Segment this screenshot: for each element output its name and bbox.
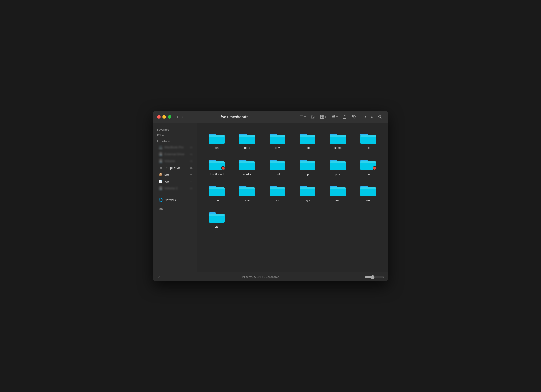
eject-icon-raspidrive[interactable]: ⏏	[190, 166, 193, 169]
tag-button[interactable]	[350, 113, 358, 120]
sidebar-item-loc4[interactable]: 💾 Volume 2 ⏏	[155, 185, 195, 191]
folder-label-proc: proc	[335, 173, 341, 176]
folder-item-run[interactable]: run	[202, 181, 231, 205]
folder-item-media[interactable]: media	[232, 155, 262, 178]
folder-icon-wrap-etc	[299, 130, 316, 145]
folder-item-srv[interactable]: srv	[263, 181, 292, 205]
search-button[interactable]	[376, 113, 384, 120]
zoom-slider[interactable]	[364, 275, 384, 279]
raspidrive-label: RaspiDrive	[164, 166, 188, 170]
folder-item-opt[interactable]: opt	[293, 155, 322, 178]
svg-rect-8	[322, 117, 324, 118]
svg-rect-49	[300, 187, 315, 189]
svg-rect-9	[332, 115, 333, 116]
folder-icon-wrap-opt	[299, 156, 316, 171]
folder-label-dev: dev	[275, 146, 280, 150]
folder-label-tmp: tmp	[335, 199, 340, 203]
close-button[interactable]	[157, 115, 161, 119]
eject-icon-loc4[interactable]: ⏏	[190, 186, 193, 190]
sidebar-item-loc2[interactable]: 💾 External Drive ⏏	[155, 151, 195, 157]
eject-icon-foo[interactable]: ⏏	[190, 180, 193, 183]
folder-svg-var	[208, 209, 226, 224]
group-button[interactable]: ▾	[330, 113, 339, 120]
folder-label-etc: etc	[306, 146, 310, 150]
svg-rect-47	[270, 187, 285, 189]
folder-svg-opt	[299, 156, 316, 171]
folder-item-bin[interactable]: bin	[202, 128, 231, 152]
svg-rect-27	[330, 135, 346, 137]
no-access-badge-root: −	[373, 166, 377, 170]
group-chevron-icon: ▾	[336, 115, 338, 118]
folder-label-usr: usr	[366, 199, 370, 203]
folder-icon-wrap-boot	[238, 130, 256, 145]
maximize-button[interactable]	[168, 115, 171, 119]
sidebar-section-locations: Locations	[153, 138, 197, 144]
folder-item-mnt[interactable]: mnt	[263, 155, 292, 178]
grid-view-button[interactable]: ⇕	[318, 113, 328, 120]
svg-rect-14	[334, 116, 335, 117]
folder-item-boot[interactable]: boot	[232, 128, 262, 152]
statusbar: ✕ 19 items, 58,31 GB available —	[153, 272, 388, 281]
svg-point-15	[353, 116, 354, 117]
folder-svg-media	[238, 156, 256, 171]
foo-icon: 📄	[159, 179, 162, 183]
eject-icon-bar[interactable]: ⏏	[190, 173, 193, 176]
folder-item-sbin[interactable]: sbin	[232, 181, 262, 205]
folder-icon-wrap-lib	[359, 130, 377, 145]
folder-icon-wrap-bin	[208, 130, 226, 145]
list-icon	[300, 115, 304, 119]
zoom-control: —	[360, 275, 384, 279]
svg-rect-7	[321, 117, 322, 118]
ellipsis-icon: ···	[361, 115, 364, 119]
folder-item-root[interactable]: −root	[354, 155, 383, 178]
folder-svg-boot	[238, 130, 256, 145]
folder-svg-sys	[299, 183, 316, 197]
folder-icon-wrap-sbin	[238, 183, 256, 197]
folder-item-lost+found[interactable]: −lost+found	[202, 155, 231, 178]
sidebar-item-foo[interactable]: 📄 foo ⏏	[155, 178, 195, 185]
eject-icon-loc3[interactable]: ⏏	[190, 159, 193, 163]
eject-icon-loc2[interactable]: ⏏	[190, 152, 193, 156]
folder-label-opt: opt	[306, 173, 310, 176]
folder-item-var[interactable]: var	[202, 207, 231, 231]
svg-rect-21	[239, 135, 255, 137]
folder-icon-wrap-root: −	[359, 156, 377, 171]
folder-item-usr[interactable]: usr	[354, 181, 383, 205]
grid-icon	[320, 115, 324, 119]
list-view-button[interactable]: ▾	[298, 113, 307, 120]
folder-item-sys[interactable]: sys	[293, 181, 322, 205]
sidebar-item-network[interactable]: 🌐 Network	[155, 197, 195, 203]
folder-item-etc[interactable]: etc	[293, 128, 322, 152]
statusbar-close-button[interactable]: ✕	[157, 275, 160, 279]
svg-rect-25	[300, 135, 315, 137]
new-folder-button[interactable]	[309, 113, 317, 120]
minimize-button[interactable]	[162, 115, 166, 119]
expand-icon: »	[371, 115, 373, 119]
sidebar-item-bar[interactable]: 📦 bar ⏏	[155, 171, 195, 178]
folder-label-srv: srv	[275, 199, 279, 203]
sidebar-item-raspidrive[interactable]: 🖥 RaspiDrive ⏏	[155, 165, 195, 171]
svg-rect-53	[360, 187, 376, 189]
folder-label-bin: bin	[215, 146, 219, 150]
svg-rect-43	[209, 187, 225, 189]
svg-line-17	[380, 117, 381, 118]
eject-icon-loc1[interactable]: ⏏	[190, 145, 193, 149]
grid-chevron-icon: ⇕	[325, 115, 327, 118]
folder-item-dev[interactable]: dev	[263, 128, 292, 152]
sidebar-item-loc3[interactable]: 💾 Volume ⏏	[155, 158, 195, 164]
expand-button[interactable]: »	[369, 114, 375, 120]
folder-item-lib[interactable]: lib	[354, 128, 383, 152]
more-options-button[interactable]: ··· ▾	[359, 113, 368, 120]
folder-svg-dev	[269, 130, 286, 145]
folder-item-tmp[interactable]: tmp	[323, 181, 353, 205]
more-chevron-icon: ▾	[365, 115, 366, 118]
share-button[interactable]	[341, 113, 349, 120]
traffic-lights	[157, 115, 171, 119]
folder-item-home[interactable]: home	[323, 128, 353, 152]
sidebar-section-tags: Tags	[153, 205, 197, 211]
folder-label-mnt: mnt	[275, 173, 280, 176]
sidebar-item-loc1[interactable]: 💻 MacBook Pro ⏏	[155, 144, 195, 150]
svg-rect-33	[239, 161, 255, 163]
folder-svg-mnt	[269, 156, 286, 171]
folder-item-proc[interactable]: proc	[323, 155, 353, 178]
